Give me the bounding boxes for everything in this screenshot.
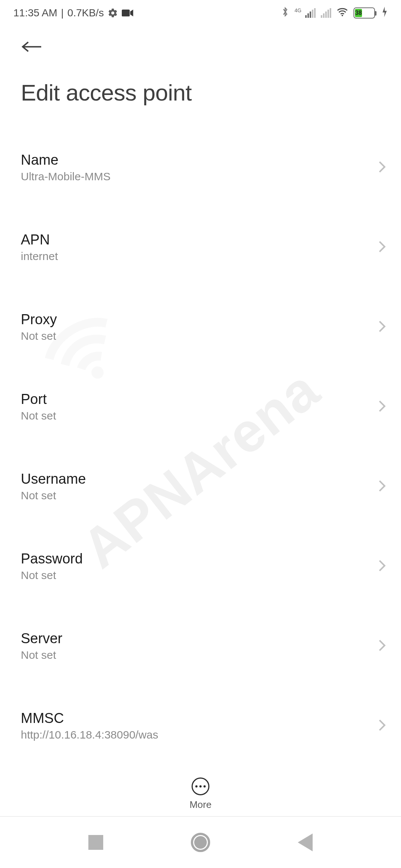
status-bar: 11:35 AM | 0.7KB/s 4G 38	[0, 0, 401, 26]
chevron-right-icon	[378, 400, 386, 414]
chevron-right-icon	[378, 639, 386, 653]
chevron-right-icon	[378, 480, 386, 494]
bottom-action-bar: More	[0, 769, 401, 811]
system-nav-bar	[0, 816, 401, 868]
bluetooth-icon	[281, 6, 289, 20]
more-label: More	[189, 799, 211, 811]
battery-level: 38	[355, 10, 362, 16]
row-label: Server	[21, 631, 62, 647]
row-username[interactable]: Username Not set	[0, 460, 401, 513]
row-label: APN	[21, 232, 58, 248]
status-network-speed: 0.7KB/s	[68, 7, 104, 19]
chevron-right-icon	[378, 161, 386, 175]
row-value: Ultra-Mobile-MMS	[21, 170, 111, 183]
camera-icon	[122, 9, 134, 17]
row-password[interactable]: Password Not set	[0, 540, 401, 593]
row-port[interactable]: Port Not set	[0, 380, 401, 433]
row-name[interactable]: Name Ultra-Mobile-MMS	[0, 141, 401, 194]
row-label: Name	[21, 152, 111, 168]
row-label: MMSC	[21, 710, 158, 726]
more-icon	[192, 777, 209, 795]
status-bar-left: 11:35 AM | 0.7KB/s	[13, 7, 134, 19]
row-mmsc[interactable]: MMSC http://10.16.18.4:38090/was	[0, 699, 401, 752]
nav-back-button[interactable]	[298, 834, 313, 851]
battery-icon: 38	[353, 7, 375, 19]
row-value: Not set	[21, 649, 62, 661]
back-button[interactable]	[21, 35, 45, 59]
row-label: Port	[21, 391, 56, 407]
row-value: Not set	[21, 330, 57, 342]
page-title: Edit access point	[21, 79, 388, 106]
row-value: Not set	[21, 569, 83, 582]
more-button[interactable]: More	[189, 777, 211, 811]
signal-network-label: 4G	[294, 7, 301, 13]
chevron-right-icon	[378, 719, 386, 733]
nav-home-button[interactable]	[191, 833, 210, 852]
svg-rect-0	[122, 10, 130, 17]
chevron-right-icon	[378, 320, 386, 334]
row-server[interactable]: Server Not set	[0, 619, 401, 673]
row-label: Username	[21, 471, 86, 487]
svg-point-1	[342, 14, 343, 16]
arrow-left-icon	[21, 39, 43, 54]
settings-list: Name Ultra-Mobile-MMS APN internet Proxy…	[0, 141, 401, 764]
row-apn[interactable]: APN internet	[0, 221, 401, 274]
chevron-right-icon	[378, 559, 386, 573]
wifi-icon	[336, 7, 348, 19]
row-value: Not set	[21, 410, 56, 422]
signal-bars-sim1-icon	[305, 8, 316, 18]
settings-scroll-area[interactable]: Name Ultra-Mobile-MMS APN internet Proxy…	[0, 141, 401, 764]
row-label: Password	[21, 551, 83, 567]
row-value: internet	[21, 250, 58, 263]
nav-recents-button[interactable]	[88, 835, 103, 850]
gear-icon	[108, 8, 118, 18]
status-bar-right: 4G 38	[281, 6, 388, 20]
signal-bars-sim2-icon	[321, 8, 331, 18]
chevron-right-icon	[378, 240, 386, 254]
status-time: 11:35 AM	[13, 7, 57, 19]
row-value: Not set	[21, 489, 86, 502]
page-header: Edit access point	[0, 26, 401, 106]
row-proxy[interactable]: Proxy Not set	[0, 300, 401, 354]
row-label: Proxy	[21, 312, 57, 328]
row-value: http://10.16.18.4:38090/was	[21, 729, 158, 741]
charging-icon	[382, 7, 388, 19]
status-sep: |	[61, 7, 63, 19]
